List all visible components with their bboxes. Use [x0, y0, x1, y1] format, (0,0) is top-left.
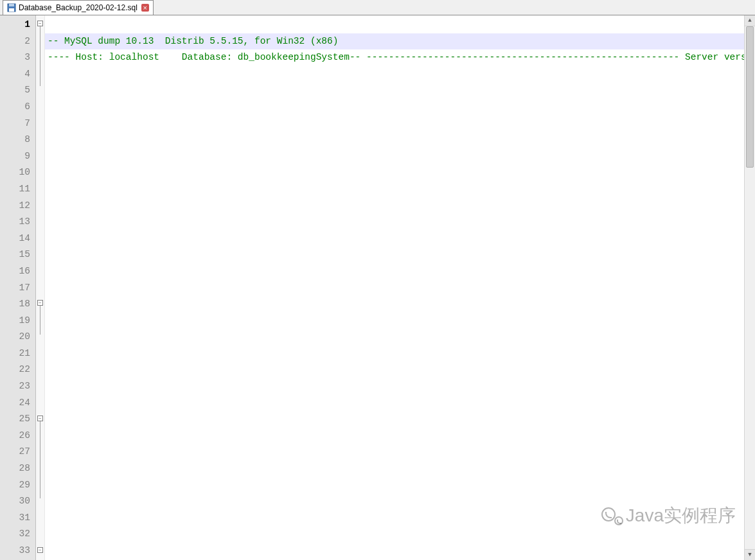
fold-line — [40, 26, 40, 86]
line-number: 22 — [0, 362, 30, 378]
scroll-thumb[interactable] — [746, 26, 754, 168]
line-number: 29 — [0, 477, 30, 494]
line-number: 7 — [0, 116, 30, 132]
line-number: 10 — [0, 164, 30, 181]
line-number: 1 — [0, 17, 30, 33]
code-line: -- Host: localhost Database: db_bookkeep… — [58, 52, 349, 62]
fold-line — [40, 421, 40, 498]
line-number: 15 — [0, 247, 30, 263]
line-number: 6 — [0, 99, 30, 116]
line-number: 2 — [0, 33, 30, 50]
fold-toggle-icon[interactable]: − — [37, 416, 43, 421]
line-number: 13 — [0, 214, 30, 231]
line-number: 25 — [0, 411, 30, 428]
line-number: 5 — [0, 82, 30, 99]
line-number: 21 — [0, 346, 30, 362]
line-number: 19 — [0, 313, 30, 329]
line-number: 11 — [0, 181, 30, 198]
svg-rect-2 — [9, 8, 14, 12]
code-editor[interactable]: 1 2 3 4 5 6 7 8 9 10 11 12 13 14 15 16 1… — [0, 15, 755, 560]
fold-toggle-icon[interactable]: − — [37, 21, 43, 26]
line-number: 16 — [0, 263, 30, 280]
code-line: -- MySQL dump 10.13 Distrib 5.5.15, for … — [48, 36, 338, 46]
close-icon[interactable] — [141, 4, 149, 12]
fold-toggle-icon[interactable]: − — [37, 300, 43, 306]
fold-column: − − − − — [36, 15, 45, 560]
line-number: 14 — [0, 231, 30, 247]
line-number-gutter: 1 2 3 4 5 6 7 8 9 10 11 12 13 14 15 16 1… — [0, 15, 36, 560]
line-number: 32 — [0, 526, 30, 543]
tab-filename: Database_Backup_2020-02-12.sql — [19, 3, 138, 12]
line-number: 3 — [0, 49, 30, 66]
line-number: 9 — [0, 148, 30, 165]
scroll-down-icon[interactable]: ▼ — [745, 549, 755, 560]
code-line: -- Server version 5.5.15 — [668, 52, 755, 62]
fold-line — [40, 306, 40, 335]
line-number: 33 — [0, 543, 30, 559]
code-area[interactable]: -- MySQL dump 10.13 Distrib 5.5.15, for … — [45, 15, 755, 560]
line-number: 26 — [0, 428, 30, 444]
line-number: 23 — [0, 378, 30, 395]
line-number: 18 — [0, 296, 30, 313]
svg-rect-1 — [9, 4, 14, 6]
line-number: 12 — [0, 198, 30, 214]
vertical-scrollbar[interactable]: ▲ ▼ — [744, 15, 755, 560]
disk-icon — [7, 3, 16, 12]
line-number: 27 — [0, 444, 30, 460]
fold-toggle-icon[interactable]: − — [37, 547, 43, 553]
file-tab[interactable]: Database_Backup_2020-02-12.sql — [3, 0, 154, 15]
line-number: 20 — [0, 329, 30, 346]
line-number: 28 — [0, 460, 30, 477]
code-line: -- -------------------------------------… — [350, 52, 668, 62]
line-number: 8 — [0, 132, 30, 148]
line-number: 4 — [0, 66, 30, 83]
code-line: -- — [48, 52, 58, 62]
line-number: 30 — [0, 493, 30, 510]
tab-bar: Database_Backup_2020-02-12.sql — [0, 0, 755, 15]
scroll-up-icon[interactable]: ▲ — [745, 15, 755, 26]
line-number: 31 — [0, 510, 30, 527]
line-number: 17 — [0, 280, 30, 297]
line-number: 24 — [0, 395, 30, 412]
